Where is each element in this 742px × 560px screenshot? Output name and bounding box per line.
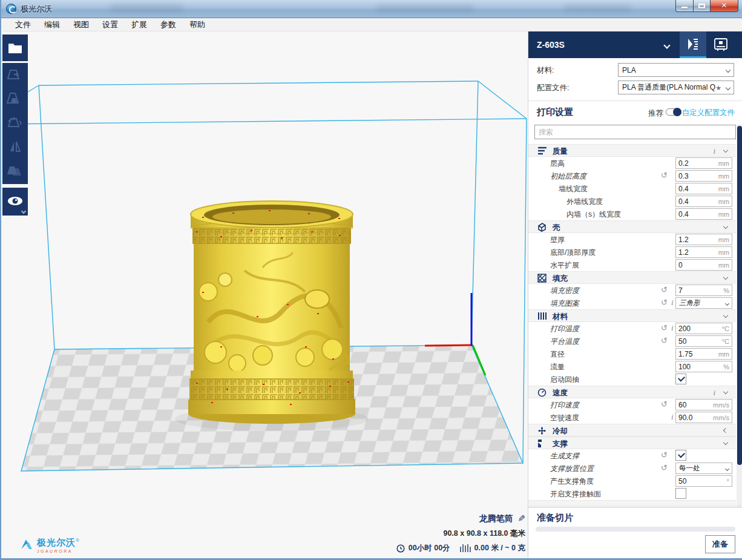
custom-profile-link[interactable]: 自定义配置文件 xyxy=(682,108,735,118)
flow-input[interactable]: 100% xyxy=(675,361,732,372)
titlebar-smudge xyxy=(110,4,183,12)
menu-view[interactable]: 视图 xyxy=(67,18,96,31)
support-placement-dropdown[interactable]: 每一处 xyxy=(675,463,732,474)
info-icon[interactable]: i xyxy=(713,388,715,398)
undo-icon[interactable] xyxy=(661,463,671,472)
setting-row-initial-layer-height: 初始层高度 0.3mm xyxy=(528,170,736,182)
undo-icon[interactable] xyxy=(661,298,671,307)
undo-icon[interactable] xyxy=(661,323,671,332)
open-file-button[interactable] xyxy=(2,35,28,61)
support-overhang-angle-input[interactable]: 50° xyxy=(675,475,732,487)
material-dropdown[interactable]: PLA xyxy=(618,63,734,77)
undo-icon[interactable] xyxy=(661,400,671,409)
setting-row-inner-wall-line-width: 内墙（s）线宽度 0.4mm xyxy=(528,208,736,220)
scrollbar-thumb[interactable] xyxy=(737,126,742,465)
horizontal-expansion-input[interactable]: 0mm xyxy=(675,259,732,271)
setting-label: 水平扩展 xyxy=(550,260,579,271)
undo-icon[interactable] xyxy=(661,285,671,294)
filament-icon xyxy=(460,544,471,552)
section-title: 质量 xyxy=(553,147,568,157)
setting-row-print-speed: 打印速度 60mm/s xyxy=(528,398,736,411)
maximize-button[interactable] xyxy=(694,0,711,12)
profile-dropdown[interactable]: PLA 普通质量(PLA Normal Qua xyxy=(618,81,734,94)
section-speed[interactable]: 速度 i xyxy=(528,386,736,398)
inner-wall-line-width-input[interactable]: 0.4mm xyxy=(675,208,732,220)
chevron-down-icon xyxy=(723,148,728,153)
panel-header: Z-603S xyxy=(528,31,742,58)
tab-monitor[interactable] xyxy=(708,31,734,58)
undo-icon[interactable] xyxy=(661,450,671,460)
info-icon[interactable]: i xyxy=(713,147,715,156)
model-name-line: 龙腾笔筒 xyxy=(396,513,525,524)
settings-mode-toggle[interactable] xyxy=(666,108,681,116)
cooling-fan-icon xyxy=(537,426,547,435)
section-material[interactable]: 材料 xyxy=(528,309,736,322)
setting-row-infill-density: 填充密度 7% xyxy=(528,284,736,297)
initial-layer-height-input[interactable]: 0.3mm xyxy=(675,170,732,182)
star-icon xyxy=(715,84,723,92)
section-cooling[interactable]: 冷却 xyxy=(528,424,736,436)
printer-selector[interactable]: Z-603S xyxy=(537,31,676,58)
generate-support-checkbox[interactable] xyxy=(675,450,686,461)
mirror-tool-button[interactable] xyxy=(2,136,28,160)
titlebar-smudge xyxy=(376,5,473,12)
rotate-tool-button[interactable] xyxy=(2,111,28,136)
info-icon[interactable]: i xyxy=(671,298,674,308)
section-shell[interactable]: 壳 xyxy=(528,220,736,233)
top-bottom-thickness-input[interactable]: 1.2mm xyxy=(675,246,732,258)
toggle-knob xyxy=(673,108,681,116)
outer-wall-line-width-input[interactable]: 0.4mm xyxy=(675,196,732,207)
enable-support-interface-checkbox[interactable] xyxy=(675,488,686,499)
brand-name: 极光尔沃 xyxy=(37,537,76,547)
diameter-input[interactable]: 1.75mm xyxy=(675,348,732,360)
section-title: 速度 xyxy=(553,388,568,398)
setting-row-diameter: 直径 1.75mm xyxy=(528,348,736,360)
prepare-button[interactable]: 准备 xyxy=(705,535,735,553)
menu-extensions[interactable]: 扩展 xyxy=(125,18,154,31)
per-model-settings-button[interactable] xyxy=(2,160,28,184)
menu-file[interactable]: 文件 xyxy=(8,18,38,31)
app-logo-icon xyxy=(6,4,16,14)
minimize-button[interactable] xyxy=(675,0,694,12)
travel-speed-input[interactable]: 90.0mm/s xyxy=(675,412,732,423)
tab-prepare-slice[interactable] xyxy=(680,31,706,58)
setting-row-enable-support-interface: 开启支撑接触面 xyxy=(528,487,736,500)
wall-thickness-input[interactable]: 1.2mm xyxy=(675,234,732,245)
enable-retraction-checkbox[interactable] xyxy=(675,374,686,384)
info-icon[interactable]: i xyxy=(671,323,674,333)
layer-height-input[interactable]: 0.2mm xyxy=(675,157,732,169)
build-plate-temperature-input[interactable]: 50°C xyxy=(675,335,732,347)
section-quality[interactable]: 质量 i xyxy=(528,144,736,157)
edit-name-icon[interactable] xyxy=(513,513,525,523)
section-infill[interactable]: 填充 xyxy=(528,271,736,284)
scale-tool-button[interactable] xyxy=(2,87,28,111)
title-bar[interactable]: 极光尔沃 xyxy=(1,0,742,18)
section-support[interactable]: 支撑 xyxy=(528,436,736,449)
model-info-panel: 龙腾笔筒 90.8 x 90.8 x 118.0 毫米 00小时 00分 0.0… xyxy=(396,513,525,553)
undo-icon[interactable] xyxy=(661,171,671,180)
search-input[interactable] xyxy=(534,125,736,139)
view-mode-button[interactable] xyxy=(2,188,28,216)
menu-edit[interactable]: 编辑 xyxy=(38,18,67,31)
menu-help[interactable]: 帮助 xyxy=(183,18,212,31)
section-title: 填充 xyxy=(553,274,568,284)
undo-icon[interactable] xyxy=(661,336,671,345)
chevron-down-icon xyxy=(725,301,729,306)
infill-pattern-dropdown[interactable]: 三角形 xyxy=(675,297,732,309)
setting-label: 生成支撑 xyxy=(550,451,579,461)
close-button[interactable] xyxy=(711,0,738,12)
menu-settings[interactable]: 设置 xyxy=(96,18,125,31)
viewport-3d[interactable]: 龙腾笔筒 90.8 x 90.8 x 118.0 毫米 00小时 00分 0.0… xyxy=(2,31,528,558)
move-tool-button[interactable] xyxy=(2,63,28,87)
setting-label: 壁厚 xyxy=(550,235,565,245)
model-dragon-pen-holder[interactable] xyxy=(188,201,356,424)
wall-line-width-input[interactable]: 0.4mm xyxy=(675,183,732,194)
profile-label: 配置文件: xyxy=(537,83,569,93)
print-speed-input[interactable]: 60mm/s xyxy=(675,399,732,410)
info-icon[interactable]: i xyxy=(671,412,674,422)
printing-temperature-input[interactable]: 200°C xyxy=(675,323,732,334)
infill-density-input[interactable]: 7% xyxy=(675,285,732,296)
menu-parameters[interactable]: 参数 xyxy=(154,18,183,31)
slice-icon xyxy=(688,39,698,50)
support-icon xyxy=(537,439,547,448)
